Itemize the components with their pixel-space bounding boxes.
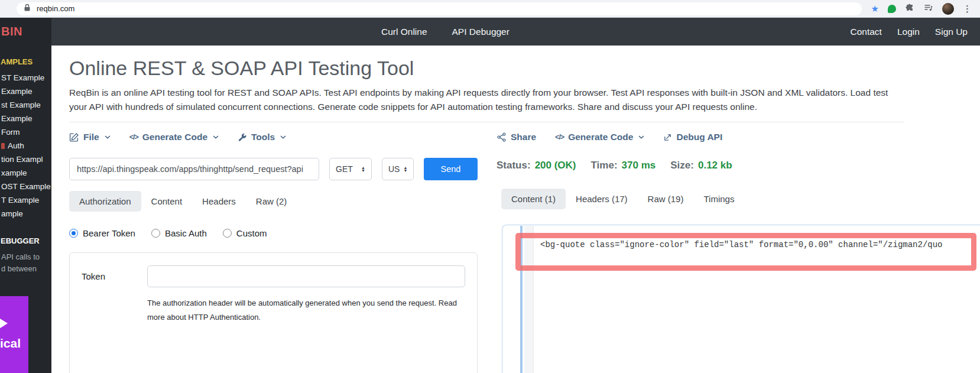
response-status-row: Status: 200 (OK) Time: 370 ms Size: 0.12…	[497, 159, 980, 172]
sidebar-item[interactable]: Form	[0, 125, 51, 139]
radio-icon	[69, 229, 78, 238]
tab-raw[interactable]: Raw (2)	[246, 191, 297, 212]
radio-icon	[223, 229, 232, 238]
bookmark-star-icon[interactable]: ★	[871, 4, 879, 13]
select-arrows-icon: ▲▼	[361, 166, 365, 172]
chevron-down-icon	[213, 135, 219, 139]
radio-basic-auth[interactable]: Basic Auth	[151, 228, 207, 238]
token-help-text: The authorization header will be automat…	[147, 296, 469, 325]
sidebar-examples-header: AMPLES	[1, 57, 51, 66]
reqbin-logo[interactable]: BIN	[0, 25, 22, 38]
send-button[interactable]: Send	[424, 158, 478, 180]
share-button[interactable]: Share	[497, 132, 536, 142]
token-label: Token	[82, 271, 147, 281]
tab-response-timings[interactable]: Timings	[693, 189, 744, 209]
sidebar-ad-banner[interactable]: ical	[0, 296, 28, 373]
chevron-down-icon	[105, 135, 111, 139]
sidebar-desc-line: API calls to	[0, 251, 51, 263]
editor-left-scrollbar[interactable]	[520, 226, 523, 373]
sidebar-item[interactable]: Auth	[0, 139, 51, 153]
tab-content[interactable]: Content	[141, 191, 193, 212]
chevron-down-icon	[638, 135, 644, 139]
sidebar-desc-line: d between	[0, 263, 51, 275]
address-bar[interactable]: reqbin.com	[17, 2, 862, 15]
nav-api-debugger[interactable]: API Debugger	[452, 27, 510, 37]
extension-green-icon[interactable]	[888, 5, 896, 13]
nav-signup[interactable]: Sign Up	[935, 27, 968, 37]
examples-sidebar: AMPLES ST Example Example st Example Exa…	[0, 46, 51, 373]
url-text: reqbin.com	[37, 4, 74, 13]
sidebar-item[interactable]: T Example	[0, 193, 51, 207]
size-label: Size:	[670, 160, 694, 171]
auth-type-radios: Bearer Token Basic Auth Custom	[69, 228, 478, 238]
sidebar-item[interactable]: Example	[0, 85, 51, 98]
size-value: 0.12 kb	[698, 160, 732, 171]
sidebar-item[interactable]: xample	[0, 166, 51, 180]
page-description: ReqBin is an online API testing tool for…	[69, 86, 906, 113]
response-toolbar: Share </> Generate Code Debug API	[497, 129, 980, 145]
nav-curl-online[interactable]: Curl Online	[381, 27, 427, 37]
divider	[69, 122, 904, 122]
tab-authorization[interactable]: Authorization	[69, 191, 141, 212]
select-arrows-icon: ▲▼	[403, 166, 407, 172]
generate-code-menu[interactable]: </> Generate Code	[129, 132, 219, 142]
ad-text: ical	[0, 336, 28, 351]
chevron-down-icon	[280, 135, 286, 139]
radio-icon	[151, 229, 160, 238]
tab-response-headers[interactable]: Headers (17)	[566, 189, 638, 209]
status-label: Status:	[497, 160, 531, 171]
sidebar-item[interactable]: OST Example	[0, 180, 51, 193]
browser-toolbar: reqbin.com ★ ⋮	[0, 0, 980, 18]
method-select[interactable]: GET ▲▼	[329, 158, 372, 180]
token-input[interactable]	[147, 265, 465, 287]
radio-bearer-token[interactable]: Bearer Token	[69, 228, 135, 238]
sidebar-item[interactable]: ample	[0, 207, 51, 220]
editor-gutter	[524, 226, 534, 373]
radio-custom[interactable]: Custom	[223, 228, 267, 238]
arrow-up-right-icon	[663, 133, 672, 142]
time-label: Time:	[591, 160, 618, 171]
code-icon: </>	[555, 133, 564, 141]
time-value: 370 ms	[622, 160, 656, 171]
sidebar-debugger-header: EBUGGER	[1, 236, 51, 245]
ad-arrow-icon	[0, 317, 8, 329]
sidebar-item[interactable]: Example	[0, 112, 51, 125]
wrench-icon	[238, 132, 247, 142]
playlist-music-icon[interactable]	[923, 3, 933, 15]
response-generate-code-menu[interactable]: </> Generate Code	[555, 132, 644, 142]
tab-headers[interactable]: Headers	[192, 191, 246, 212]
token-panel: Token The authorization header will be a…	[69, 252, 478, 373]
request-url-input[interactable]	[69, 158, 319, 180]
browser-menu-icon[interactable]: ⋮	[963, 4, 972, 14]
lock-icon	[24, 4, 31, 14]
share-nodes-icon	[497, 132, 507, 142]
clipped-text-fragment	[1, 143, 5, 149]
nav-contact[interactable]: Contact	[850, 27, 881, 37]
puzzle-extensions-icon[interactable]	[905, 3, 914, 15]
request-toolbar: File </> Generate Code Tools	[69, 129, 478, 145]
edit-square-icon	[69, 132, 79, 142]
sidebar-item[interactable]: ST Example	[0, 71, 51, 85]
region-select[interactable]: US ▲▼	[382, 158, 414, 180]
file-menu[interactable]: File	[69, 132, 111, 142]
tools-menu[interactable]: Tools	[238, 132, 286, 142]
debug-api-button[interactable]: Debug API	[663, 132, 722, 142]
status-value: 200 (OK)	[535, 160, 576, 171]
response-body-text: <bg-quote class="ignore-color" field="la…	[502, 225, 980, 249]
sidebar-item[interactable]: tion Exampl	[0, 153, 51, 166]
tab-response-content[interactable]: Content (1)	[501, 189, 566, 209]
request-tabs: Authorization Content Headers Raw (2)	[69, 191, 478, 212]
sidebar-item[interactable]: st Example	[0, 98, 51, 112]
tab-response-raw[interactable]: Raw (19)	[638, 189, 694, 209]
profile-avatar[interactable]	[942, 3, 954, 15]
logo-cell[interactable]: BIN	[0, 18, 51, 46]
response-tabs: Content (1) Headers (17) Raw (19) Timing…	[501, 189, 980, 209]
response-body-editor[interactable]: <bg-quote class="ignore-color" field="la…	[502, 225, 980, 373]
top-navbar: BIN Curl Online API Debugger Contact Log…	[0, 18, 980, 46]
page-title: Online REST & SOAP API Testing Tool	[69, 56, 980, 80]
nav-login[interactable]: Login	[897, 27, 920, 37]
code-icon: </>	[129, 133, 138, 141]
